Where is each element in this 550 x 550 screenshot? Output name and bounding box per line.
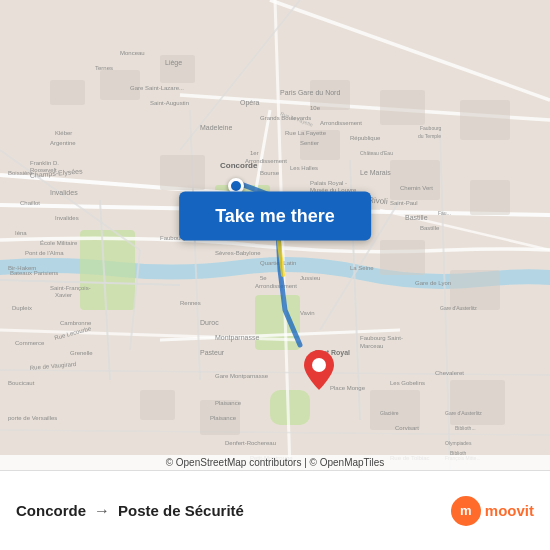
svg-text:Paris Gare du Nord: Paris Gare du Nord bbox=[280, 89, 340, 96]
svg-text:Bastille: Bastille bbox=[420, 225, 440, 231]
svg-text:Chemin Vert: Chemin Vert bbox=[400, 185, 433, 191]
svg-text:Pasteur: Pasteur bbox=[200, 349, 225, 356]
moovit-logo-letter: m bbox=[460, 503, 472, 518]
svg-text:Chevaleret: Chevaleret bbox=[435, 370, 464, 376]
svg-text:Roosevelt: Roosevelt bbox=[30, 167, 57, 173]
svg-text:Iéna: Iéna bbox=[15, 230, 27, 236]
svg-text:Bateaux Parisiens: Bateaux Parisiens bbox=[10, 270, 58, 276]
svg-text:1er: 1er bbox=[250, 150, 259, 156]
svg-text:Invalides: Invalides bbox=[50, 189, 78, 196]
svg-text:Liège: Liège bbox=[165, 59, 182, 67]
svg-rect-30 bbox=[460, 100, 510, 140]
svg-text:La Seine: La Seine bbox=[350, 265, 374, 271]
svg-text:Sentier: Sentier bbox=[300, 140, 319, 146]
svg-text:Bastille: Bastille bbox=[405, 214, 428, 221]
take-me-there-button[interactable]: Take me there bbox=[179, 192, 371, 241]
svg-text:Fau...: Fau... bbox=[438, 210, 451, 216]
svg-text:Palais Royal -: Palais Royal - bbox=[310, 180, 347, 186]
svg-text:Arrondissement: Arrondissement bbox=[245, 158, 287, 164]
svg-rect-29 bbox=[380, 90, 425, 125]
svg-text:Olympiades: Olympiades bbox=[445, 440, 472, 446]
svg-text:Invalides: Invalides bbox=[55, 215, 79, 221]
svg-text:Argentine: Argentine bbox=[50, 140, 76, 146]
svg-rect-35 bbox=[380, 240, 425, 275]
svg-text:Les Gobelins: Les Gobelins bbox=[390, 380, 425, 386]
svg-rect-25 bbox=[50, 80, 85, 105]
svg-text:Glacière: Glacière bbox=[380, 410, 399, 416]
svg-text:Place Monge: Place Monge bbox=[330, 385, 366, 391]
svg-rect-3 bbox=[255, 295, 300, 350]
svg-text:Rennes: Rennes bbox=[180, 300, 201, 306]
svg-text:Commerce: Commerce bbox=[15, 340, 45, 346]
map-container: Champs-Elysées Kléber Chaillot Iéna Bir-… bbox=[0, 0, 550, 470]
svg-text:Kléber: Kléber bbox=[55, 130, 72, 136]
svg-text:Corvisart: Corvisart bbox=[395, 425, 419, 431]
svg-text:5e: 5e bbox=[260, 275, 267, 281]
svg-text:Sèvres-Babylone: Sèvres-Babylone bbox=[215, 250, 261, 256]
svg-text:Grenelle: Grenelle bbox=[70, 350, 93, 356]
svg-text:Chaillot: Chaillot bbox=[20, 200, 40, 206]
svg-rect-37 bbox=[140, 390, 175, 420]
svg-text:Madeleine: Madeleine bbox=[200, 124, 232, 131]
svg-text:Gare Montparnasse: Gare Montparnasse bbox=[215, 373, 269, 379]
destination-pin bbox=[304, 350, 334, 394]
svg-text:Rue La Fayette: Rue La Fayette bbox=[285, 130, 327, 136]
svg-text:Xavier: Xavier bbox=[55, 292, 72, 298]
route-info: Concorde → Poste de Sécurité bbox=[16, 502, 451, 520]
svg-rect-34 bbox=[470, 180, 510, 215]
destination-station: Poste de Sécurité bbox=[118, 502, 244, 519]
svg-text:Gare de Lyon: Gare de Lyon bbox=[415, 280, 451, 286]
svg-text:10e: 10e bbox=[310, 105, 321, 111]
svg-text:École Militaire: École Militaire bbox=[40, 240, 78, 246]
svg-text:Le Marais: Le Marais bbox=[360, 169, 391, 176]
route-arrow-icon: → bbox=[94, 502, 110, 520]
svg-text:Saint-François-: Saint-François- bbox=[50, 285, 91, 291]
svg-text:Marceau: Marceau bbox=[360, 343, 383, 349]
svg-text:Faubourg Saint-: Faubourg Saint- bbox=[360, 335, 403, 341]
svg-rect-40 bbox=[450, 380, 505, 425]
svg-text:Arrondissement: Arrondissement bbox=[320, 120, 362, 126]
moovit-logo-icon: m bbox=[451, 496, 481, 526]
svg-text:Saint-Paul: Saint-Paul bbox=[390, 200, 418, 206]
svg-text:Monceau: Monceau bbox=[120, 50, 145, 56]
moovit-logo: m moovit bbox=[451, 496, 534, 526]
svg-text:porte de Versailles: porte de Versailles bbox=[8, 415, 57, 421]
svg-text:Boucicaut: Boucicaut bbox=[8, 380, 35, 386]
svg-text:du Temple: du Temple bbox=[418, 133, 441, 139]
svg-text:Grands Boulevards: Grands Boulevards bbox=[260, 115, 311, 121]
svg-text:Biblioth...: Biblioth... bbox=[455, 425, 476, 431]
svg-text:Pont de l'Alma: Pont de l'Alma bbox=[25, 250, 64, 256]
svg-text:Arrondissement: Arrondissement bbox=[255, 283, 297, 289]
svg-text:République: République bbox=[350, 135, 381, 141]
svg-text:Plaisance: Plaisance bbox=[215, 400, 242, 406]
svg-text:Duroc: Duroc bbox=[200, 319, 219, 326]
svg-text:Franklin D.: Franklin D. bbox=[30, 160, 59, 166]
origin-station: Concorde bbox=[16, 502, 86, 519]
svg-text:Gare Saint-Lazare...: Gare Saint-Lazare... bbox=[130, 85, 184, 91]
svg-text:Montparnasse: Montparnasse bbox=[215, 334, 259, 342]
svg-text:Gare d'Austerlitz: Gare d'Austerlitz bbox=[440, 305, 477, 311]
svg-rect-31 bbox=[160, 155, 205, 190]
svg-text:Bourse: Bourse bbox=[260, 170, 280, 176]
svg-point-130 bbox=[312, 358, 326, 372]
svg-rect-33 bbox=[390, 160, 440, 200]
svg-text:Denfert-Rochereau: Denfert-Rochereau bbox=[225, 440, 276, 446]
svg-text:Cambronne: Cambronne bbox=[60, 320, 92, 326]
moovit-logo-text: moovit bbox=[485, 502, 534, 519]
svg-rect-36 bbox=[450, 270, 500, 310]
svg-rect-4 bbox=[270, 390, 310, 425]
svg-text:Opéra: Opéra bbox=[240, 99, 260, 107]
svg-text:Gare d'Austerlitz: Gare d'Austerlitz bbox=[445, 410, 482, 416]
map-attribution: © OpenStreetMap contributors | © OpenMap… bbox=[0, 455, 550, 470]
svg-text:Jussieu: Jussieu bbox=[300, 275, 320, 281]
svg-text:Ternes: Ternes bbox=[95, 65, 113, 71]
svg-text:Dupleix: Dupleix bbox=[12, 305, 32, 311]
svg-text:Boissière: Boissière bbox=[8, 170, 33, 176]
svg-text:Plaisance: Plaisance bbox=[210, 415, 237, 421]
bottom-bar: Concorde → Poste de Sécurité m moovit bbox=[0, 470, 550, 550]
svg-text:Château d'Eau: Château d'Eau bbox=[360, 150, 393, 156]
svg-text:Faubourg: Faubourg bbox=[420, 125, 442, 131]
svg-text:Vavin: Vavin bbox=[300, 310, 315, 316]
svg-rect-1 bbox=[80, 230, 135, 310]
svg-text:Saint-Augustin: Saint-Augustin bbox=[150, 100, 189, 106]
